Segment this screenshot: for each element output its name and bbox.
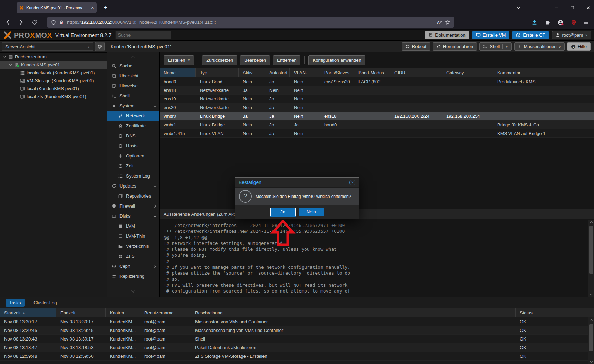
back-icon[interactable] bbox=[5, 19, 11, 25]
column-header-typ[interactable]: Typ bbox=[196, 68, 239, 77]
menu-item-replizierung[interactable]: Replizierung bbox=[107, 271, 159, 281]
diff-scrollbar[interactable] bbox=[588, 220, 594, 297]
reboot-button[interactable]: Reboot bbox=[402, 42, 430, 51]
task-row[interactable]: Nov 08 13:18:47Nov 08 13:18:53KundenKM..… bbox=[0, 343, 594, 352]
profile-avatar-icon[interactable] bbox=[557, 19, 564, 26]
menu-item-optionen[interactable]: Optionen bbox=[107, 151, 159, 161]
column-header-bond-modus[interactable]: Bond-Modus bbox=[354, 68, 390, 77]
column-header-status[interactable]: Status bbox=[516, 308, 594, 317]
column-header-startzeit[interactable]: Startzeit↓ bbox=[0, 308, 56, 317]
tree-item-vm-storage-kundenkms-pve01[interactable]: VM-Storage (KundenKMS-pve01) bbox=[0, 77, 107, 85]
menu-hamburger-icon[interactable] bbox=[584, 20, 589, 25]
task-row[interactable]: Nov 08 13:20:43Nov 08 13:30:17KundenKM..… bbox=[0, 335, 594, 343]
dialog-yes-button[interactable]: Ja bbox=[270, 208, 296, 216]
reload-icon[interactable] bbox=[32, 20, 37, 25]
expander-chevron-icon[interactable] bbox=[2, 55, 7, 59]
tree-settings-button[interactable] bbox=[95, 42, 105, 51]
dialog-close-icon[interactable]: ✕ bbox=[349, 180, 355, 185]
extensions-puzzle-icon[interactable] bbox=[545, 20, 550, 25]
create-vm-button[interactable]: Erstelle VM bbox=[472, 31, 509, 39]
menu-item-netzwerk[interactable]: Netzwerk bbox=[107, 111, 159, 121]
user-menu-button[interactable]: root@pam ∨ bbox=[552, 31, 591, 39]
menu-item-firewall[interactable]: Firewall bbox=[107, 201, 159, 211]
network-row-ens20[interactable]: ens20NetzwerkkarteNeinJaNein bbox=[160, 103, 594, 112]
column-header-autostart[interactable]: Autostart bbox=[265, 68, 290, 77]
column-header-aktiv[interactable]: Aktiv bbox=[239, 68, 265, 77]
menu-scroll-down[interactable] bbox=[107, 287, 159, 295]
window-close-icon[interactable] bbox=[586, 6, 591, 10]
search-input[interactable] bbox=[115, 31, 171, 39]
menu-item-zeit[interactable]: Zeit bbox=[107, 161, 159, 171]
revert-button[interactable]: Zurücksetzen bbox=[202, 55, 237, 65]
new-tab-button[interactable]: + bbox=[101, 3, 111, 12]
menu-item-disks[interactable]: Disks bbox=[107, 211, 159, 221]
help-button[interactable]: ? Hilfe bbox=[567, 42, 591, 51]
menu-item-zertifikate[interactable]: Zertifikate bbox=[107, 121, 159, 131]
permissions-shield-icon[interactable] bbox=[51, 20, 56, 25]
lock-icon[interactable] bbox=[59, 20, 64, 25]
list-tabs-chevron-icon[interactable] bbox=[516, 6, 521, 10]
task-row[interactable]: Nov 08 13:30:17Nov 08 13:30:17KundenKM..… bbox=[0, 317, 594, 326]
documentation-button[interactable]: Dokumentation bbox=[425, 31, 469, 39]
tab-close-icon[interactable]: ✕ bbox=[91, 6, 94, 10]
column-header-gateway[interactable]: Gateway bbox=[442, 68, 493, 77]
dialog-no-button[interactable]: Nein bbox=[299, 208, 324, 216]
menu-item-bersicht[interactable]: Übersicht bbox=[107, 71, 159, 81]
menu-item-lvm[interactable]: LVM bbox=[107, 221, 159, 231]
menu-item-system[interactable]: System bbox=[107, 101, 159, 111]
tasks-scrollbar[interactable] bbox=[588, 317, 594, 364]
tree-item-localnetwork-kundenkms-pve01[interactable]: localnetwork (KundenKMS-pve01) bbox=[0, 69, 107, 77]
network-row-ens19[interactable]: ens19NetzwerkkarteNeinJaNein bbox=[160, 95, 594, 103]
menu-item-hinweise[interactable]: Hinweise bbox=[107, 81, 159, 91]
create-button[interactable]: Erstellen∨ bbox=[164, 55, 194, 65]
ublock-shield-icon[interactable]: UO bbox=[571, 20, 576, 25]
column-header-beschreibung[interactable]: Beschreibung bbox=[191, 308, 516, 317]
menu-item-dns[interactable]: DNS bbox=[107, 131, 159, 141]
menu-item-lvm-thin[interactable]: LVM-Thin bbox=[107, 231, 159, 241]
scrollbar-thumb[interactable] bbox=[589, 324, 593, 351]
menu-item-shell[interactable]: Shell bbox=[107, 91, 159, 101]
tree-item-local-kundenkms-pve01[interactable]: local (KundenKMS-pve01) bbox=[0, 85, 107, 93]
remove-button[interactable]: Entfernen bbox=[273, 55, 300, 65]
column-header-name[interactable]: Name↑ bbox=[160, 68, 196, 77]
scroll-down-icon[interactable] bbox=[588, 359, 594, 364]
menu-item-zfs[interactable]: ZFS bbox=[107, 251, 159, 261]
tab-cluster-log[interactable]: Cluster-Log bbox=[33, 300, 57, 305]
view-mode-select[interactable]: Server-Ansicht ∨ bbox=[2, 42, 93, 51]
column-header-benutzername[interactable]: Benutzername bbox=[140, 308, 191, 317]
scroll-up-icon[interactable] bbox=[588, 220, 594, 224]
bulk-actions-button[interactable]: Massenaktionen ∨ bbox=[514, 42, 565, 51]
network-row-vmbr0[interactable]: vmbr0Linux BridgeJaJaNeinens18192.168.20… bbox=[160, 112, 594, 121]
scroll-down-icon[interactable] bbox=[588, 292, 594, 297]
expander-chevron-icon[interactable] bbox=[8, 63, 13, 67]
shutdown-button[interactable]: Herunterfahren bbox=[433, 42, 477, 51]
download-icon[interactable] bbox=[531, 19, 537, 25]
url-input[interactable]: https://192.168.200.2:8006/#v1:0:=node%2… bbox=[47, 17, 454, 28]
menu-item-repositories[interactable]: Repositories bbox=[107, 191, 159, 201]
menu-item-ceph[interactable]: Ceph bbox=[107, 261, 159, 271]
apply-configuration-button[interactable]: Konfiguration anwenden bbox=[308, 55, 365, 65]
network-row-vmbr1[interactable]: vmbr1Linux BridgeNeinJaJabond0Bridge für… bbox=[160, 121, 594, 129]
column-header-ports-slaves[interactable]: Ports/Slaves bbox=[320, 68, 354, 77]
bookmark-star-icon[interactable] bbox=[445, 20, 450, 25]
tree-item-rechenzentrum[interactable]: Rechenzentrum bbox=[0, 53, 107, 61]
edit-button[interactable]: Bearbeiten bbox=[240, 55, 270, 65]
menu-item-suche[interactable]: Suche bbox=[107, 61, 159, 71]
window-maximize-icon[interactable] bbox=[570, 6, 574, 10]
task-row[interactable]: Nov 08 13:29:45Nov 08 13:29:45KundenKM..… bbox=[0, 326, 594, 335]
network-row-ens18[interactable]: ens18NetzwerkkarteJaNeinNein bbox=[160, 86, 594, 95]
translate-icon[interactable]: A bbox=[437, 20, 442, 25]
column-header-kommentar[interactable]: Kommentar bbox=[493, 68, 594, 77]
browser-tab[interactable]: KundenKMS-pve01 - Proxmox ✕ bbox=[17, 2, 97, 13]
create-ct-button[interactable]: Erstelle CT bbox=[512, 31, 549, 39]
tree-item-kundenkms-pve01[interactable]: KundenKMS-pve01 bbox=[0, 61, 107, 69]
column-header-knoten[interactable]: Knoten bbox=[106, 308, 140, 317]
tab-tasks[interactable]: Tasks bbox=[6, 299, 25, 307]
network-row-vmbr1-415[interactable]: vmbr1.415Linux VLANNeinJaNeinKMS VLAN au… bbox=[160, 129, 594, 138]
window-minimize-icon[interactable] bbox=[554, 6, 558, 10]
menu-item-updates[interactable]: Updates bbox=[107, 181, 159, 191]
scroll-up-icon[interactable] bbox=[588, 317, 594, 322]
forward-icon[interactable] bbox=[18, 19, 24, 25]
network-row-bond0[interactable]: bond0Linux BondNeinJaNeinens19 ens20LACP… bbox=[160, 77, 594, 86]
menu-item-verzeichnis[interactable]: Verzeichnis bbox=[107, 241, 159, 251]
